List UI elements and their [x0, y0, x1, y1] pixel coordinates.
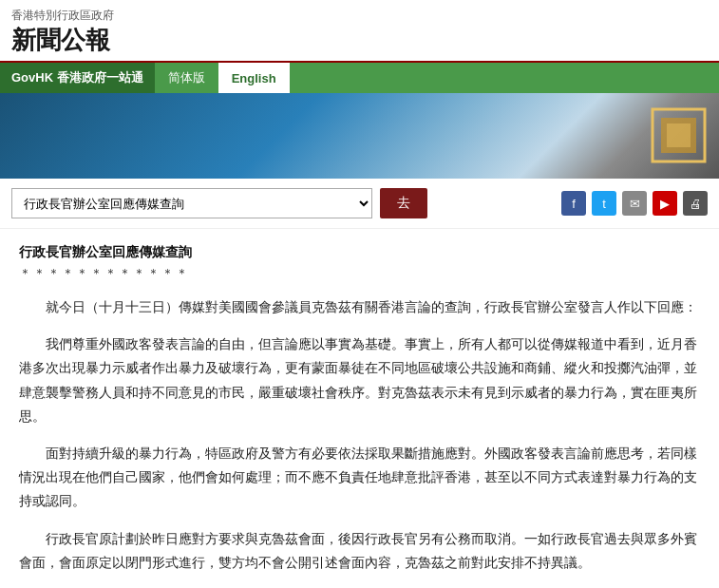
paragraph-1: 就今日（十月十三日）傳媒對美國國會參議員克魯茲有關香港言論的查詢，行政長官辦公室… — [19, 295, 700, 319]
header-subtitle: 香港特別行政區政府 — [11, 8, 708, 24]
navbar-simplified[interactable]: 简体版 — [155, 63, 218, 93]
go-button[interactable]: 去 — [380, 188, 427, 218]
paragraph-4: 行政長官原計劃於昨日應對方要求與克魯茲會面，後因行政長官另有公務而取消。一如行政… — [19, 527, 700, 575]
email-icon[interactable]: ✉ — [622, 191, 647, 216]
navbar: GovHK 香港政府一站通 简体版 English — [0, 63, 719, 93]
paragraph-2: 我們尊重外國政客發表言論的自由，但言論應以事實為基礎。事實上，所有人都可以從傳媒… — [19, 332, 700, 428]
paragraph-3: 面對持續升級的暴力行為，特區政府及警方有必要依法採取果斷措施應對。外國政客發表言… — [19, 442, 700, 514]
content-title: 行政長官辦公室回應傳媒查詢 — [19, 244, 700, 261]
print-icon[interactable]: 🖨 — [683, 191, 708, 216]
banner-logo — [648, 104, 710, 166]
header: 香港特別行政區政府 新聞公報 — [0, 0, 719, 63]
divider-stars: ＊＊＊＊＊＊＊＊＊＊＊＊ — [19, 265, 700, 282]
facebook-icon[interactable]: f — [561, 191, 586, 216]
youtube-icon[interactable]: ▶ — [653, 191, 677, 216]
twitter-icon[interactable]: t — [592, 191, 616, 216]
svg-rect-2 — [667, 123, 691, 147]
navbar-govhk[interactable]: GovHK 香港政府一站通 — [0, 63, 155, 93]
content-area: 行政長官辦公室回應傳媒查詢 ＊＊＊＊＊＊＊＊＊＊＊＊ 就今日（十月十三日）傳媒對… — [0, 229, 719, 588]
department-select[interactable]: 行政長官辦公室回應傳媒查詢 — [11, 188, 372, 218]
banner — [0, 93, 719, 179]
toolbar: 行政長官辦公室回應傳媒查詢 去 f t ✉ ▶ 🖨 — [0, 179, 719, 229]
header-title: 新聞公報 — [11, 24, 708, 57]
navbar-english[interactable]: English — [218, 63, 290, 93]
social-icons: f t ✉ ▶ 🖨 — [561, 191, 708, 216]
